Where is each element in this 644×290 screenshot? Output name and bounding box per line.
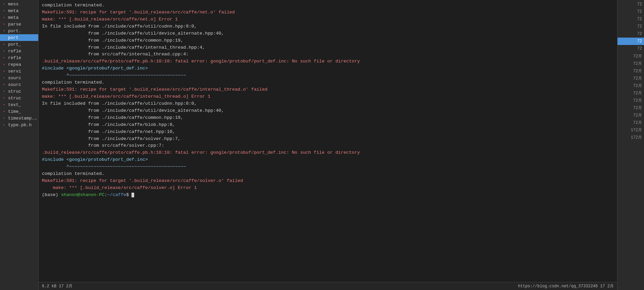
gutter-item-9: 72月: [618, 67, 644, 75]
sidebar-item-5[interactable]: ▪port: [0, 34, 38, 41]
file-icon-8: ▪: [1, 55, 7, 60]
sidebar-label-11: sourc: [8, 76, 21, 81]
file-icon-12: ▪: [1, 82, 7, 87]
sidebar-item-3[interactable]: ▪parse: [0, 21, 38, 28]
terminal-line-6: from ./include/caffe/internal_thread.hpp…: [42, 44, 614, 51]
prompt-dollar: $: [126, 192, 131, 197]
terminal-line-13: make: *** [.build_release/src/caffe/inte…: [42, 93, 614, 100]
gutter-item-4: 72: [618, 30, 644, 38]
terminal-line-4: from ./include/caffe/util/device_alterna…: [42, 30, 614, 37]
sidebar-item-9[interactable]: ▪repea: [0, 61, 38, 68]
prompt-base: (base): [42, 192, 61, 197]
file-icon-18: ▪: [1, 122, 7, 128]
file-icon-10: ▪: [1, 68, 7, 74]
file-icon-5: ▪: [1, 35, 7, 40]
sidebar-label-16: time_: [8, 109, 21, 114]
sidebar-item-8[interactable]: ▪refle: [0, 54, 38, 61]
file-icon-11: ▪: [1, 75, 7, 81]
sidebar-item-1[interactable]: ▪meta: [0, 7, 38, 14]
file-icon-14: ▪: [1, 95, 7, 101]
terminal-line-9: #include <google/protobuf/port_def.inc>: [42, 65, 614, 72]
sidebar-item-18[interactable]: ▪type.pb.h: [0, 122, 38, 128]
terminal-line-15: from ./include/caffe/util/device_alterna…: [42, 107, 614, 114]
terminal-line-3: In file included from ./include/caffe/ut…: [42, 23, 614, 30]
status-bar: 6.2 kB 17 2月 https://blog.csdn.net/qq_37…: [39, 282, 617, 290]
gutter-item-1: 72: [618, 8, 644, 15]
terminal-line-19: from ./include/caffe/solver.hpp:7,: [42, 136, 614, 143]
status-right: https://blog.csdn.net/qq_37332248 17 2月: [518, 283, 614, 289]
file-icon-2: ▪: [1, 15, 7, 20]
prompt-host: shanon-PC: [80, 192, 104, 197]
file-icon-4: ▪: [1, 28, 7, 34]
sidebar-label-12: sourc: [8, 82, 21, 87]
sidebar-item-15[interactable]: ▪text_: [0, 101, 38, 108]
sidebar-item-17[interactable]: ▪timestamp.proto: [0, 115, 38, 122]
terminal-line-22: #include <google/protobuf/port_def.inc>: [42, 156, 614, 163]
sidebar-item-6[interactable]: ▪port_: [0, 41, 38, 48]
prompt-user: shanon: [61, 192, 77, 197]
sidebar-label-4: port.: [8, 29, 21, 34]
gutter-item-16: 72月: [618, 119, 644, 126]
terminal-line-21: .build_release/src/caffe/proto/caffe.pb.…: [42, 149, 614, 156]
file-icon-17: ▪: [1, 115, 7, 121]
terminal-line-12: Makefile:591: recipe for target '.build_…: [42, 86, 614, 93]
gutter-item-2: 72: [618, 15, 644, 23]
sidebar-item-13[interactable]: ▪struc: [0, 88, 38, 95]
sidebar-label-14: struc: [8, 96, 21, 101]
sidebar-label-7: refle: [8, 49, 21, 54]
gutter-item-11: 72月: [618, 82, 644, 89]
gutter-item-8: 72月: [618, 60, 644, 67]
sidebar-label-13: struc: [8, 89, 21, 94]
gutter-item-3: 72: [618, 23, 644, 30]
sidebar-item-11[interactable]: ▪sourc: [0, 75, 38, 81]
terminal-line-10: ^~~~~~~~~~~~~~~~~~~~~~~~~~~~~~~~~~~~~~~~…: [42, 72, 614, 79]
sidebar-label-0: mess: [8, 2, 18, 7]
sidebar-label-1: meta: [8, 8, 18, 13]
terminal-line-24: compilation terminated.: [42, 171, 614, 178]
terminal-line-11: compilation terminated.: [42, 79, 614, 86]
terminal-line-5: from ./include/caffe/common.hpp:19,: [42, 37, 614, 44]
terminal-line-8: .build_release/src/caffe/proto/caffe.pb.…: [42, 58, 614, 65]
sidebar-item-10[interactable]: ▪servi: [0, 68, 38, 75]
terminal-line-17: from ./include/caffe/blob.hpp:8,: [42, 122, 614, 129]
file-icon-0: ▪: [1, 1, 7, 7]
terminal-line-20: from src/caffe/solver.cpp:7:: [42, 142, 614, 149]
file-icon-9: ▪: [1, 62, 7, 67]
sidebar-label-18: type.pb.h: [8, 123, 32, 128]
file-size: 6.2 kB 17 2月: [42, 283, 72, 289]
sidebar-label-10: servi: [8, 69, 21, 74]
gutter-item-13: 72月: [618, 97, 644, 104]
prompt-path: ~/caffe: [107, 192, 126, 197]
terminal-area[interactable]: compilation terminated.Makefile:591: rec…: [39, 0, 617, 290]
sidebar-item-14[interactable]: ▪struc: [0, 95, 38, 101]
terminal-line-16: from ./include/caffe/common.hpp:19,: [42, 114, 614, 122]
sidebar-label-2: meta: [8, 15, 18, 20]
sidebar-item-4[interactable]: ▪port.: [0, 28, 38, 34]
terminal-line-25: Makefile:591: recipe for target '.build_…: [42, 178, 614, 185]
sidebar-label-9: repea: [8, 62, 21, 67]
sidebar-item-16[interactable]: ▪time_: [0, 108, 38, 115]
file-icon-6: ▪: [1, 42, 7, 47]
terminal-line-2: make: *** [.build_release/src/caffe/net.…: [42, 16, 614, 23]
terminal-line-7: from src/caffe/internal_thread.cpp:4:: [42, 51, 614, 58]
gutter-item-5: 72: [618, 38, 644, 45]
sidebar-label-5: port: [8, 35, 18, 40]
file-sidebar: ▪mess▪meta▪meta▪parse▪port.▪port▪port_▪r…: [0, 0, 39, 290]
gutter-item-12: 72月: [618, 89, 644, 97]
file-icon-1: ▪: [1, 8, 7, 13]
right-gutter: 7272727272727272月72月72月72月72月72月72月72月72…: [617, 0, 644, 290]
terminal-line-23: ^~~~~~~~~~~~~~~~~~~~~~~~~~~~~~~~~~~~~~~~…: [42, 163, 614, 171]
sidebar-item-7[interactable]: ▪refle: [0, 48, 38, 54]
terminal-prompt[interactable]: (base) shanon@shanon-PC:~/caffe$: [42, 192, 614, 199]
terminal-line-26: make: *** [.build_release/src/caffe/solv…: [42, 185, 614, 192]
gutter-item-10: 72月: [618, 75, 644, 82]
gutter-item-17: 172月: [618, 126, 644, 134]
file-icon-13: ▪: [1, 89, 7, 94]
sidebar-item-12[interactable]: ▪sourc: [0, 81, 38, 88]
gutter-item-6: 72: [618, 45, 644, 52]
sidebar-label-15: text_: [8, 102, 21, 107]
sidebar-item-0[interactable]: ▪mess: [0, 1, 38, 7]
sidebar-item-2[interactable]: ▪meta: [0, 14, 38, 21]
gutter-item-15: 72月: [618, 111, 644, 119]
terminal-line-14: In file included from ./include/caffe/ut…: [42, 100, 614, 107]
